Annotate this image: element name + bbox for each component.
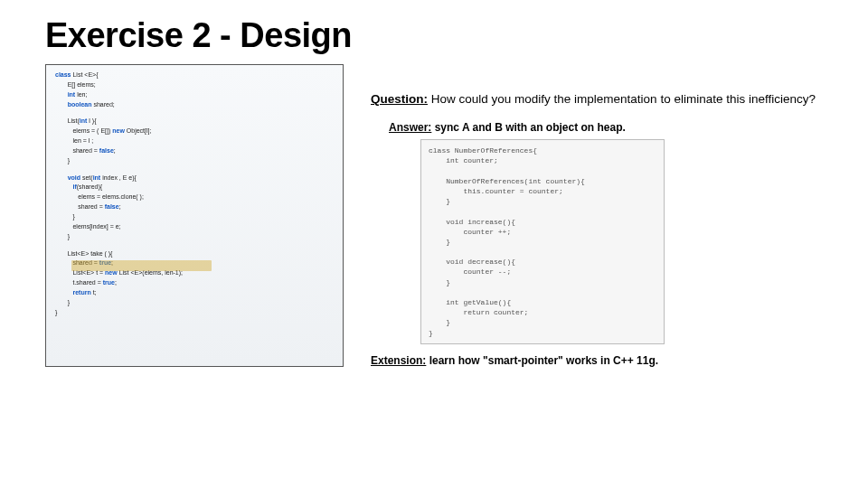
question-block: Question: How could you modify the imple…	[371, 91, 823, 108]
extension-block: Extension: learn how "smart-pointer" wor…	[371, 353, 823, 367]
reference-code: class NumberOfReferences{ int counter; N…	[420, 139, 665, 344]
answer-text: sync A and B with an object on heap.	[431, 121, 625, 134]
question-label: Question:	[371, 92, 428, 106]
answer-block: Answer: sync A and B with an object on h…	[389, 120, 823, 134]
code-listing: class List <E>{ E[] elems; int len; bool…	[45, 64, 344, 367]
slide: Exercise 2 - Design class List <E>{ E[] …	[0, 0, 868, 376]
content-row: class List <E>{ E[] elems; int len; bool…	[45, 64, 823, 367]
extension-text: learn how "smart-pointer" works in C++ 1…	[426, 354, 658, 367]
extension-label: Extension:	[371, 354, 426, 367]
answer-label: Answer:	[389, 121, 431, 134]
page-title: Exercise 2 - Design	[45, 16, 823, 55]
question-text: How could you modify the implementation …	[428, 92, 816, 106]
highlight-clone-line	[71, 260, 212, 271]
right-column: Question: How could you modify the imple…	[371, 64, 823, 367]
